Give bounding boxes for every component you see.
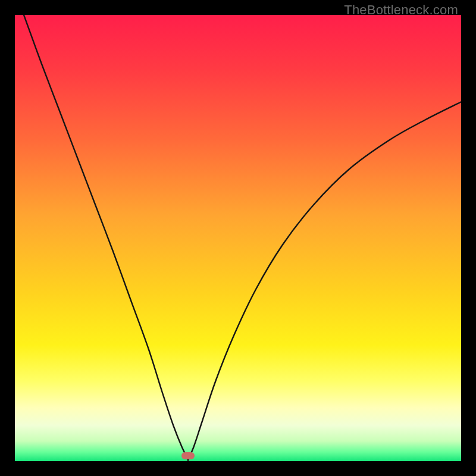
plot-frame: [15, 15, 461, 461]
bottleneck-curve: [15, 15, 461, 461]
optimal-point-marker: [181, 452, 195, 459]
